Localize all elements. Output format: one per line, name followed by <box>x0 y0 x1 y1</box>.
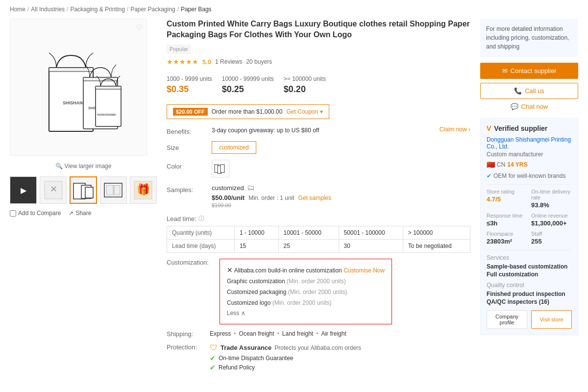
size-option-customized[interactable]: customized <box>212 141 256 154</box>
coupon-bar: $20.00 OFF Order more than $1,000.00 Get… <box>167 104 329 119</box>
lead-header-4: > 100000 <box>403 226 470 240</box>
less-link[interactable]: Less ∧ <box>227 310 245 317</box>
get-samples-link[interactable]: Get samples <box>298 195 331 201</box>
svg-rect-16 <box>114 185 120 195</box>
verified-v-icon: V <box>487 124 491 132</box>
add-to-compare-label[interactable]: Add to Compare <box>10 210 61 217</box>
shipping-ocean: Ocean freight <box>239 330 274 337</box>
review-count[interactable]: 1 Reviews <box>215 58 242 65</box>
customization-section: Customization: ✕ Alibaba.com build-in on… <box>167 259 470 330</box>
left-panel: ♡ SHISHANG SHISHANGM <box>10 19 157 377</box>
lead-time-info-icon[interactable]: ⓘ <box>198 215 204 223</box>
supplier-actions: Company profile Visit store <box>487 310 572 329</box>
tier-price-1: $0.35 <box>167 84 212 95</box>
size-label: Size <box>167 141 206 151</box>
breadcrumb-industries[interactable]: All Industries <box>31 6 65 13</box>
thumbnail-4[interactable] <box>100 176 127 204</box>
chat-link[interactable]: 💬 Chat now <box>480 103 578 110</box>
divider-2 <box>487 250 572 250</box>
breadcrumb-printing[interactable]: Packaging & Printing <box>70 6 124 13</box>
years-badge: 14 YRS <box>507 161 527 168</box>
company-profile-btn[interactable]: Company profile <box>487 310 527 329</box>
breadcrumb-packaging[interactable]: Paper Packaging <box>130 6 175 13</box>
dispatch-text: On-time Dispatch Guarantee <box>219 355 294 362</box>
product-image-main: ♡ SHISHANG SHISHANGM <box>10 19 147 156</box>
get-coupon-btn[interactable]: Get Coupon ▾ <box>286 108 322 115</box>
svg-text:SHISHANGMEI: SHISHANGMEI <box>97 113 116 116</box>
tier-range-3: >= 100000 units <box>284 75 326 82</box>
price-tier-3: >= 100000 units $0.20 <box>284 72 336 98</box>
guarantee-refund: ✔ Refund Policy <box>210 364 470 371</box>
tier-price-2: $0.25 <box>222 84 274 95</box>
svg-rect-15 <box>106 185 113 195</box>
lead-val-3: 30 <box>339 240 403 253</box>
stat-value-1: 93.8% <box>531 201 572 209</box>
contact-info-text: For more detailed information including … <box>486 25 569 50</box>
oem-check-icon: ✔ <box>487 172 491 179</box>
claim-link[interactable]: Claim now › <box>440 126 470 133</box>
breadcrumb-current: Paper Bags <box>181 6 212 13</box>
customization-item-2: Customized packaging (Min. order 2000 un… <box>227 287 385 298</box>
samples-icon: 🗂 <box>247 183 255 192</box>
right-panel: For more detailed information including … <box>480 19 578 377</box>
thumbnail-3[interactable] <box>70 176 97 204</box>
svg-rect-21 <box>220 165 224 172</box>
coupon-condition: Order more than $1,000.00 <box>212 108 283 115</box>
oem-text: OEM for well-known brands <box>493 172 565 179</box>
protection-label: Protection: <box>167 343 206 351</box>
envelope-icon: ✉ <box>502 67 508 74</box>
stat-label-4: Floorspace <box>487 231 527 237</box>
lead-time-table: Quantity (units) 1 - 10000 10001 - 50000… <box>167 226 470 253</box>
add-to-compare-checkbox[interactable] <box>10 210 16 217</box>
flag-icon: 🇨🇳 <box>487 161 495 169</box>
view-larger-btn[interactable]: 🔍 View larger image <box>10 160 157 172</box>
visit-store-btn[interactable]: Visit store <box>531 310 572 329</box>
lead-time-section: Lead time: ⓘ Quantity (units) 1 - 10000 … <box>167 215 470 253</box>
stat-staff: Staff 255 <box>531 231 572 245</box>
wishlist-icon[interactable]: ♡ <box>136 23 143 32</box>
lead-val-2: 25 <box>278 240 339 253</box>
lead-table-header-row: Quantity (units) 1 - 10000 10001 - 50000… <box>167 226 470 240</box>
stat-value-3: $1,300,000+ <box>531 220 572 227</box>
color-swatch[interactable] <box>212 160 229 177</box>
rating-number: 5.0 <box>202 58 211 66</box>
thumbnail-5[interactable]: 🎁 <box>130 176 157 204</box>
price-tier-1: 1000 - 9999 units $0.35 <box>167 72 222 98</box>
price-tier-2: 10000 - 99999 units $0.25 <box>222 72 284 98</box>
thumbnail-strip: ▶ ✕ 🎁 <box>10 176 157 204</box>
middle-panel: Custom Printed White Carry Bags Luxury B… <box>167 19 470 377</box>
refund-text: Refund Policy <box>219 364 255 371</box>
breadcrumb-home[interactable]: Home <box>10 6 25 13</box>
samples-label: Samples: <box>167 183 206 194</box>
color-label: Color <box>167 160 206 170</box>
call-us-btn[interactable]: 📞 Call us <box>480 83 578 99</box>
bottom-actions: Add to Compare ↗ Share <box>10 210 157 217</box>
customise-now-link[interactable]: Customise Now <box>343 267 385 274</box>
lead-header-qty: Quantity (units) <box>167 226 235 240</box>
lead-table-value-row: Lead time (days) 15 25 30 To be negotiat… <box>167 240 470 253</box>
customization-item-1: Graphic customization (Min. order 2000 u… <box>227 276 385 287</box>
product-image-svg: SHISHANG SHISHANGM SHISHANGMEI <box>20 28 137 146</box>
verified-supplier-box: V Verified supplier Dongguan Shishangmei… <box>480 118 578 335</box>
refund-check-icon: ✔ <box>210 364 216 371</box>
lead-row-label: Lead time (days) <box>167 240 235 253</box>
sample-min: Min. order : 1 unit <box>248 195 294 201</box>
customization-text-1: Graphic customization <box>227 278 285 285</box>
samples-row: Samples: customized 🗂 $50.00/unit Min. o… <box>167 183 470 209</box>
shipping-label: Shipping: <box>167 330 206 338</box>
contact-supplier-btn[interactable]: ✉ Contact supplier <box>480 63 578 79</box>
quality-item-1: QA/QC inspectors (16) <box>487 298 572 305</box>
share-text: Share <box>75 210 91 217</box>
add-to-compare-text: Add to Compare <box>18 210 61 217</box>
country-row: 🇨🇳 CN 14 YRS <box>487 161 572 169</box>
supplier-name-link[interactable]: Dongguan Shishangmei Printing Co., Ltd. <box>487 136 572 150</box>
thumbnail-2[interactable]: ✕ <box>40 176 67 204</box>
share-btn[interactable]: ↗ Share <box>69 210 91 217</box>
shipping-sep-2: • <box>277 330 279 337</box>
thumbnail-video[interactable]: ▶ <box>10 176 37 204</box>
tier-range-1: 1000 - 9999 units <box>167 75 212 82</box>
svg-text:🎁: 🎁 <box>137 183 150 196</box>
svg-rect-7 <box>96 86 121 89</box>
svg-rect-1 <box>49 68 93 72</box>
benefits-text: 3-day coupon giveaway: up to US $80 off <box>212 125 319 134</box>
